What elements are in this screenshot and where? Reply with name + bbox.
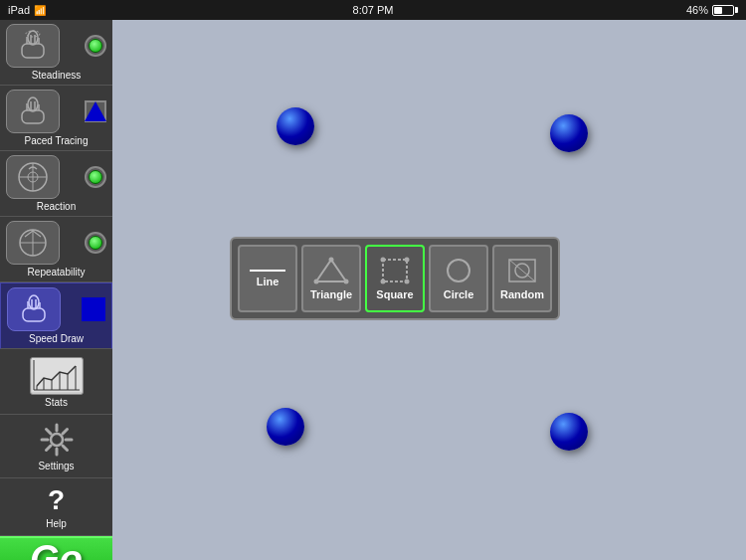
steadiness-indicator [85,35,106,57]
random-shape-icon [506,257,538,284]
ball-bottom-left [267,408,304,446]
ipad-label: iPad [8,4,30,16]
battery-percent: 46% [686,4,708,16]
shape-option-triangle[interactable]: Triangle [301,245,361,312]
circle-option-label: Circle [444,288,474,300]
svg-point-52 [405,280,410,284]
time-display: 8:07 PM [353,4,394,16]
sidebar-item-reaction[interactable]: Reaction [0,151,112,217]
svg-rect-21 [23,308,45,321]
reaction-icon-box [6,155,60,199]
svg-point-0 [28,31,38,45]
repeatability-icon-box [6,221,60,265]
go-button[interactable]: Go [0,536,112,560]
svg-line-41 [63,446,68,451]
svg-point-46 [329,258,334,263]
paced-tracing-icon-box [6,90,60,133]
line-option-label: Line [257,276,280,287]
speed-draw-icon-box [7,287,61,331]
circle-shape-icon [445,257,472,284]
triangle-shape-icon [313,257,349,284]
svg-point-50 [381,258,386,263]
steadiness-icon-box [6,24,60,68]
svg-point-51 [405,258,410,263]
battery-indicator [712,5,738,16]
svg-rect-8 [22,110,44,123]
settings-label: Settings [38,461,74,471]
hand-reaction-icon [15,159,51,195]
hand-steadiness-icon [15,28,51,64]
stats-label: Stats [45,397,68,408]
shape-option-random[interactable]: Random [492,245,552,312]
svg-rect-49 [383,260,407,281]
shape-option-square[interactable]: Square [365,245,425,312]
shape-selector-popup: Line Triangle Square [230,237,560,320]
reaction-indicator [85,166,106,188]
svg-point-7 [28,97,38,111]
svg-point-54 [448,260,469,281]
ball-bottom-right [550,413,588,451]
svg-line-40 [46,430,51,435]
line-shape-icon [250,270,285,272]
sidebar-item-settings[interactable]: Settings [0,415,112,478]
square-shape-icon [379,257,411,284]
hand-repeatability-icon [15,225,51,261]
ball-top-left [277,107,314,145]
svg-line-43 [46,446,51,451]
sidebar-item-speed-draw[interactable]: Speed Draw [0,282,112,349]
hand-speed-draw-icon [16,291,52,327]
svg-point-53 [381,280,386,284]
svg-point-48 [314,280,319,284]
wifi-icon: 📶 [34,5,46,16]
reaction-label: Reaction [37,201,76,212]
repeatability-label: Repeatability [28,267,86,278]
main-canvas[interactable]: Line Triangle Square [112,20,746,560]
sidebar-item-help[interactable]: ? Help [0,478,112,536]
help-label: Help [46,518,67,529]
triangle-option-label: Triangle [310,288,352,300]
svg-point-47 [344,280,349,284]
steadiness-label: Steadiness [32,70,81,81]
svg-point-35 [51,434,63,446]
random-option-label: Random [500,288,544,300]
speed-draw-shape [82,297,105,321]
repeatability-indicator [85,232,106,254]
sidebar: Steadiness Paced Tracing [0,20,112,560]
shape-option-line[interactable]: Line [238,245,297,312]
stats-icon-box [30,357,84,395]
shape-option-circle[interactable]: Circle [429,245,488,312]
sidebar-item-repeatability[interactable]: Repeatability [0,217,112,282]
stats-chart-icon [32,358,82,392]
sidebar-item-paced-tracing[interactable]: Paced Tracing [0,86,112,151]
status-bar: iPad 📶 8:07 PM 46% [0,0,746,20]
svg-point-20 [29,295,39,309]
go-button-label: Go [30,538,83,560]
sidebar-item-steadiness[interactable]: Steadiness [0,20,112,86]
settings-gear-icon [38,421,76,459]
hand-paced-tracing-icon [15,93,51,129]
help-question-icon: ? [48,484,65,516]
svg-rect-1 [22,44,44,58]
sidebar-item-stats[interactable]: Stats [0,351,112,415]
speed-draw-label: Speed Draw [29,333,84,344]
svg-marker-45 [316,260,346,281]
ball-top-right [550,114,588,152]
paced-tracing-shape [85,100,106,122]
square-option-label: Square [376,288,413,300]
paced-tracing-label: Paced Tracing [25,135,89,146]
svg-line-42 [63,430,68,435]
